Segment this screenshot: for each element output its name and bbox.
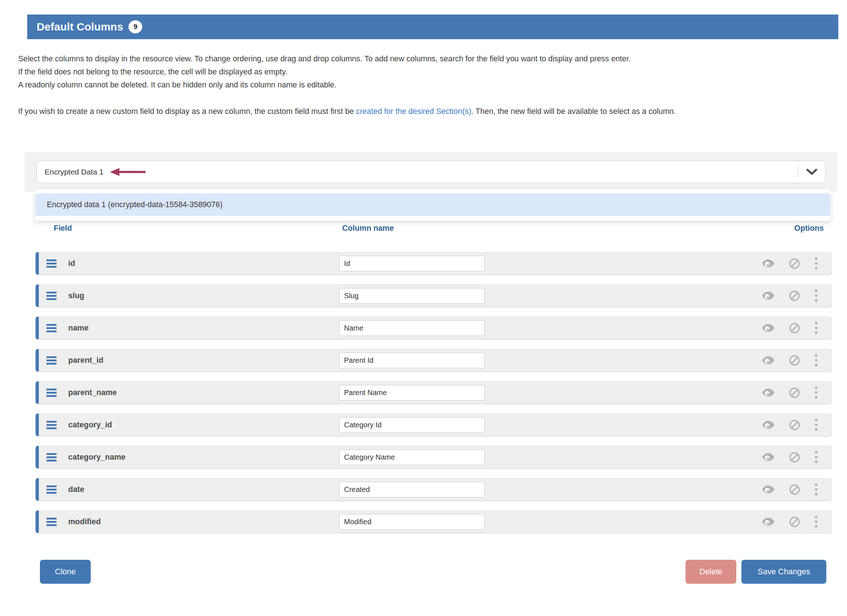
drag-handle-icon[interactable] xyxy=(46,356,57,365)
eye-icon[interactable] xyxy=(762,324,775,332)
block-icon[interactable] xyxy=(789,452,800,463)
block-icon[interactable] xyxy=(789,290,800,302)
block-icon[interactable] xyxy=(789,355,800,366)
drag-handle-icon[interactable] xyxy=(46,518,57,526)
kebab-menu-icon[interactable] xyxy=(815,289,817,302)
drag-handle-icon[interactable] xyxy=(46,485,57,494)
eye-icon[interactable] xyxy=(762,517,775,526)
column-name-input[interactable] xyxy=(339,514,484,530)
column-name-input[interactable] xyxy=(339,417,484,433)
clone-button[interactable]: Clone xyxy=(40,560,91,584)
row-accent-bar xyxy=(35,478,39,501)
suggestion-item-encrypted-data-1[interactable]: Encrypted data 1 (encrypted-data-15584-3… xyxy=(35,193,830,216)
header-column-name: Column name xyxy=(342,224,394,233)
default-columns-panel: Default Columns 9 Select the columns to … xyxy=(0,15,847,584)
column-row[interactable]: date xyxy=(35,478,832,501)
save-changes-button[interactable]: Save Changes xyxy=(741,560,826,584)
column-row[interactable]: parent_id xyxy=(35,349,832,371)
kebab-menu-icon[interactable] xyxy=(815,516,817,528)
row-accent-bar xyxy=(35,317,39,339)
search-divider xyxy=(798,166,798,178)
eye-icon[interactable] xyxy=(762,291,775,300)
row-accent-bar xyxy=(35,414,39,436)
block-icon[interactable] xyxy=(789,419,800,430)
field-name-label: modified xyxy=(68,517,101,526)
drag-handle-icon[interactable] xyxy=(46,421,57,429)
kebab-menu-icon[interactable] xyxy=(815,386,817,399)
block-icon[interactable] xyxy=(789,323,800,334)
footer-actions: Clone Delete Save Changes xyxy=(18,560,838,584)
eye-icon[interactable] xyxy=(762,485,775,494)
column-name-input[interactable] xyxy=(339,385,484,401)
drag-handle-icon[interactable] xyxy=(46,389,57,397)
field-name-label: date xyxy=(68,485,84,494)
row-options xyxy=(762,414,831,436)
custom-field-note-after: . Then, the new field will be available … xyxy=(471,107,676,116)
column-row[interactable]: parent_name xyxy=(35,381,832,404)
eye-icon[interactable] xyxy=(762,420,775,429)
description-paragraph-1: Select the columns to display in the res… xyxy=(18,52,838,91)
field-name-label: id xyxy=(68,259,75,268)
column-row[interactable]: category_name xyxy=(35,446,832,469)
column-row[interactable]: slug xyxy=(35,284,832,307)
row-accent-bar xyxy=(35,510,39,533)
eye-icon[interactable] xyxy=(762,259,775,268)
block-icon[interactable] xyxy=(789,516,800,528)
row-options xyxy=(762,446,831,468)
field-name-label: slug xyxy=(68,291,84,301)
block-icon[interactable] xyxy=(789,484,800,495)
field-name-label: parent_name xyxy=(68,388,117,397)
create-custom-field-link[interactable]: created for the desired Section(s) xyxy=(356,107,471,116)
custom-field-note-before: If you wish to create a new custom field… xyxy=(18,107,356,116)
drag-handle-icon[interactable] xyxy=(46,324,57,332)
kebab-menu-icon[interactable] xyxy=(815,354,817,366)
kebab-menu-icon[interactable] xyxy=(815,419,817,431)
eye-icon[interactable] xyxy=(762,388,775,397)
columns-table-header: Field Column name Options xyxy=(18,224,838,236)
row-options xyxy=(762,511,831,533)
drag-handle-icon[interactable] xyxy=(46,259,57,268)
block-icon[interactable] xyxy=(789,258,800,269)
column-name-input[interactable] xyxy=(339,449,484,465)
kebab-menu-icon[interactable] xyxy=(815,257,817,270)
column-row[interactable]: name xyxy=(35,317,832,339)
column-name-input[interactable] xyxy=(339,353,484,368)
row-options xyxy=(762,479,831,500)
row-options xyxy=(762,317,831,339)
add-column-section: Encrypted Data 1 xyxy=(25,152,837,192)
panel-header: Default Columns 9 xyxy=(27,15,838,39)
row-options xyxy=(762,285,831,307)
column-row[interactable]: category_id xyxy=(35,414,832,436)
kebab-menu-icon[interactable] xyxy=(815,322,817,334)
page-title: Default Columns xyxy=(37,21,123,33)
block-icon[interactable] xyxy=(789,387,800,398)
column-row[interactable]: id xyxy=(35,252,832,275)
description-line-2: If the field does not belong to the reso… xyxy=(18,65,838,78)
kebab-menu-icon[interactable] xyxy=(815,483,817,495)
row-accent-bar xyxy=(35,252,39,275)
column-name-input[interactable] xyxy=(339,256,484,271)
search-suggestions-dropdown: Encrypted data 1 (encrypted-data-15584-3… xyxy=(34,189,831,221)
column-row[interactable]: modified xyxy=(35,510,832,533)
kebab-menu-icon[interactable] xyxy=(815,451,817,463)
row-accent-bar xyxy=(35,446,39,469)
annotation-left-arrow-icon xyxy=(109,167,147,177)
search-input-value: Encrypted Data 1 xyxy=(45,168,103,176)
drag-handle-icon[interactable] xyxy=(46,292,57,300)
row-accent-bar xyxy=(35,381,39,404)
header-options: Options xyxy=(794,224,824,233)
description-paragraph-2: If you wish to create a new custom field… xyxy=(18,105,838,118)
drag-handle-icon[interactable] xyxy=(46,453,57,461)
eye-icon[interactable] xyxy=(762,356,775,365)
column-search-input[interactable]: Encrypted Data 1 xyxy=(36,161,826,183)
eye-icon[interactable] xyxy=(762,453,775,461)
column-name-input[interactable] xyxy=(339,288,484,304)
delete-button[interactable]: Delete xyxy=(686,560,736,584)
field-name-label: category_name xyxy=(68,453,125,462)
chevron-down-icon[interactable] xyxy=(806,169,817,175)
column-name-input[interactable] xyxy=(339,482,484,497)
description-line-3: A readonly column cannot be deleted. It … xyxy=(18,78,838,91)
column-name-input[interactable] xyxy=(339,320,484,336)
field-name-label: name xyxy=(68,324,89,333)
row-accent-bar xyxy=(35,349,39,371)
